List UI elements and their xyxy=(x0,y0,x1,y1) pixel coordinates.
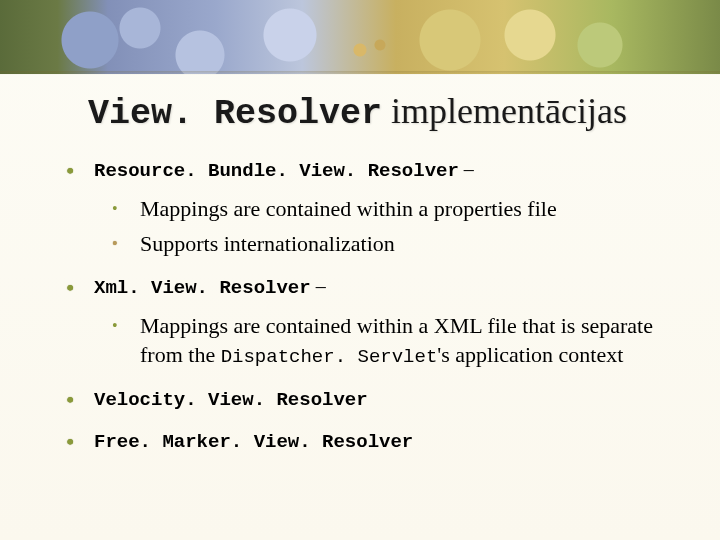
item-code: Velocity. View. Resolver xyxy=(94,389,368,411)
title-rest: implementācijas xyxy=(382,91,627,131)
bullet-icon: • xyxy=(112,233,118,255)
sub-item: • Mappings are contained within a XML fi… xyxy=(112,311,670,371)
list-item: Velocity. View. Resolver xyxy=(60,385,670,413)
slide-title: View. Resolver implementācijas xyxy=(88,90,670,134)
sub-text-post: 's application context xyxy=(437,342,623,367)
sub-list: • Mappings are contained within a proper… xyxy=(112,194,670,259)
list-item: Resource. Bundle. View. Resolver – • Map… xyxy=(60,156,670,259)
sub-list: • Mappings are contained within a XML fi… xyxy=(112,311,670,371)
sub-item: • Supports internationalization xyxy=(112,229,670,259)
item-code: Resource. Bundle. View. Resolver xyxy=(94,160,459,182)
sub-item-text: Mappings are contained within a properti… xyxy=(140,196,557,221)
sub-item-text: Supports internationalization xyxy=(140,231,395,256)
title-code: View. Resolver xyxy=(88,94,382,134)
bullet-icon: • xyxy=(112,198,118,220)
sub-text-code: Dispatcher. Servlet xyxy=(221,346,438,368)
item-code: Free. Marker. View. Resolver xyxy=(94,431,413,453)
slide: View. Resolver implementācijas Resource.… xyxy=(0,0,720,540)
item-suffix: – xyxy=(459,158,474,180)
item-suffix: – xyxy=(311,275,326,297)
list-item: Free. Marker. View. Resolver xyxy=(60,427,670,455)
slide-content: View. Resolver implementācijas Resource.… xyxy=(0,90,720,468)
item-code: Xml. View. Resolver xyxy=(94,277,311,299)
sub-item: • Mappings are contained within a proper… xyxy=(112,194,670,224)
decorative-banner xyxy=(0,0,720,74)
list-item: Xml. View. Resolver – • Mappings are con… xyxy=(60,273,670,371)
bullet-icon: • xyxy=(112,315,118,337)
bullet-list: Resource. Bundle. View. Resolver – • Map… xyxy=(60,156,670,454)
sub-item-text: Mappings are contained within a XML file… xyxy=(140,313,653,368)
